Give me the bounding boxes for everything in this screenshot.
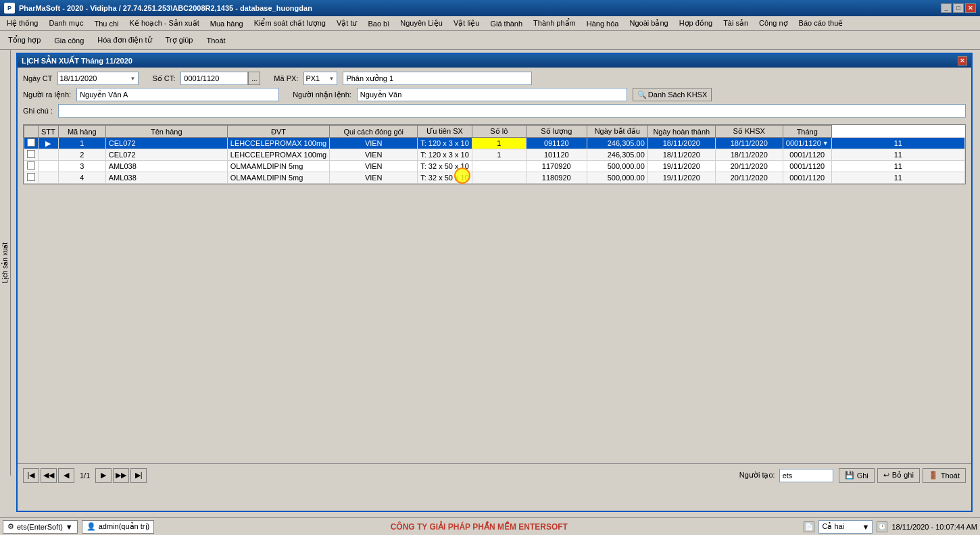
minimize-button[interactable]: _ (941, 3, 952, 13)
nguoiraLenh-input[interactable] (76, 88, 279, 101)
row-quicach: T: 32 x 50 x 10 (418, 161, 472, 172)
mdi-title-controls[interactable]: ✕ (958, 56, 967, 66)
phanxuong-input[interactable] (343, 72, 532, 85)
row-solo: 1170920 (526, 161, 587, 172)
menu-kiemsoan[interactable]: Kiểm soát chất lượng (249, 18, 331, 29)
nav-buttons: |◀ ◀◀ ◀ 1/1 ▶ ▶▶ ▶| (23, 468, 147, 483)
menu-hethong[interactable]: Hệ thống (1, 18, 43, 29)
close-button[interactable]: ✕ (965, 3, 976, 13)
row-stt: 2 (58, 149, 105, 161)
thoat-icon: 🚪 (929, 471, 938, 480)
menu-nguyenlieu[interactable]: Nguyên Liệu (395, 18, 448, 29)
row-indicator (39, 161, 59, 172)
toolbar-tonghop[interactable]: Tổng hợp (3, 34, 46, 46)
ghi-button[interactable]: 💾 Ghi (839, 468, 875, 483)
menu-giathanh[interactable]: Giá thành (485, 18, 528, 29)
row-checkbox[interactable] (27, 138, 35, 147)
mapx-label: Mã PX: (274, 74, 298, 82)
col-header-thang: Tháng (783, 126, 831, 138)
mapx-combo[interactable]: PX1 ▼ (303, 72, 337, 85)
table-row[interactable]: 4AML038OLMAAMLDIPIN 5mgVIENT: 32 x 50 x … (24, 172, 965, 184)
row-soluong: 246,305.00 (587, 149, 647, 161)
menu-danhmuc[interactable]: Danh mục (43, 18, 89, 29)
thoat-btn-label: Thoát (941, 472, 960, 480)
soct-input[interactable] (180, 72, 248, 85)
row-dvt: VIEN (330, 161, 418, 172)
row-checkbox[interactable] (27, 161, 35, 170)
table-row[interactable]: 2CEL072LEHCCELEPROMAX 100mgVIENT: 120 x … (24, 149, 965, 161)
toolbar-thoat[interactable]: Thoát (201, 35, 230, 46)
thoat-button[interactable]: 🚪 Thoát (923, 468, 966, 483)
nguoitao-input[interactable] (779, 469, 833, 482)
nav-next-button[interactable]: ▶ (95, 468, 112, 483)
status-filter-combo[interactable]: Cả hai ▼ (818, 520, 873, 534)
sidebar-text: Lịch sản xuất (1, 243, 9, 284)
col-header-dvt: ĐVT (227, 126, 329, 138)
boghi-button[interactable]: ↩ Bỏ ghi (877, 468, 920, 483)
row-mahang: AML038 (105, 161, 227, 172)
row-ngayhoanthanh: 20/11/2020 (715, 172, 783, 184)
ghichu-input[interactable] (58, 104, 966, 118)
row-ngaybatdau: 18/11/2020 (647, 138, 715, 149)
menu-congno[interactable]: Công nợ (754, 18, 793, 29)
menu-taisan[interactable]: Tài sản (718, 18, 754, 29)
user-dropdown-icon: ▼ (66, 523, 73, 531)
row-stt: 3 (58, 161, 105, 172)
row-checkbox-cell (24, 138, 39, 149)
form-area: Ngày CT 18/11/2020 ▼ Số CT: ... Mã PX: P… (18, 68, 971, 124)
menu-hanghoa[interactable]: Hàng hóa (581, 18, 624, 29)
table-row[interactable]: ▶1CEL072LEHCCELEPROMAX 100mgVIENT: 120 x… (24, 138, 965, 149)
row-quicach: T: 120 x 3 x 10 (418, 149, 472, 161)
status-admin-btn[interactable]: 👤 admin(quản trị) (82, 520, 154, 534)
nav-first-button[interactable]: |◀ (23, 468, 39, 483)
nguoinhanLenh-input[interactable] (357, 88, 627, 101)
menu-thuchi[interactable]: Thu chi (89, 18, 124, 29)
menu-hopdong[interactable]: Hợp đồng (674, 18, 718, 29)
row-sokhsx: 0001/1120▼ (783, 138, 831, 149)
toolbar-trogiup[interactable]: Trợ giúp (160, 34, 199, 46)
ngayct-label: Ngày CT (23, 74, 52, 82)
menu-muahang[interactable]: Mua hàng (205, 18, 249, 29)
status-user-btn[interactable]: ⚙ ets(EnterSoft) ▼ (3, 520, 78, 534)
menu-vattu[interactable]: Vật tư (331, 18, 363, 29)
menu-ngoaibang[interactable]: Ngoài bảng (624, 18, 673, 29)
status-bar: ⚙ ets(EnterSoft) ▼ 👤 admin(quản trị) CÔN… (0, 517, 980, 535)
danhsach-button[interactable]: 🔍 Danh Sách KHSX (633, 88, 712, 101)
nguoinhanlenhbl-label: Người nhận lệnh: (293, 91, 351, 99)
nav-prev-page-button[interactable]: ◀◀ (41, 468, 57, 483)
nav-last-button[interactable]: ▶| (130, 468, 147, 483)
title-bar-controls[interactable]: _ □ ✕ (941, 3, 976, 13)
ghi-btn-label: Ghi (857, 472, 868, 480)
admin-icon: 👤 (87, 522, 96, 531)
row-quicach: T: 120 x 3 x 10 (418, 138, 472, 149)
toolbar-hoadon[interactable]: Hóa đơn điện tử (92, 34, 157, 46)
row-ngaybatdau: 18/11/2020 (647, 149, 715, 161)
row-ngayhoanthanh: 18/11/2020 (715, 149, 783, 161)
nav-next-page-button[interactable]: ▶▶ (113, 468, 129, 483)
menu-baocao[interactable]: Báo cáo thuế (793, 18, 849, 29)
menu-vatlieu[interactable]: Vật liệu (448, 18, 485, 29)
row-solo: 101120 (526, 149, 587, 161)
menu-thanhpham[interactable]: Thành phẩm (528, 18, 581, 29)
menu-kehoach[interactable]: Kế hoạch - Sản xuất (124, 18, 205, 29)
row-checkbox[interactable] (27, 173, 35, 181)
row-soluong: 500,000.00 (587, 161, 647, 172)
row-uutien: 1 (472, 149, 526, 161)
ngayct-combo[interactable]: 18/11/2020 ▼ (57, 72, 139, 85)
maximize-button[interactable]: □ (953, 3, 964, 13)
mdi-close-button[interactable]: ✕ (958, 56, 967, 66)
row-ngaybatdau: 19/11/2020 (647, 172, 715, 184)
row-uutien (472, 172, 526, 184)
row-ngaybatdau: 19/11/2020 (647, 161, 715, 172)
soct-ellipsis-button[interactable]: ... (248, 72, 260, 85)
nguoiralenhbl-label: Người ra lệnh: (23, 91, 71, 99)
row-ngayhoanthanh: 18/11/2020 (715, 138, 783, 149)
form-row-2: Người ra lệnh: Người nhận lệnh: 🔍 Danh S… (23, 88, 966, 101)
form-row-1: Ngày CT 18/11/2020 ▼ Số CT: ... Mã PX: P… (23, 72, 966, 85)
menu-baobì[interactable]: Bao bì (362, 18, 395, 29)
nav-prev-button[interactable]: ◀ (58, 468, 74, 483)
row-checkbox[interactable] (27, 150, 35, 158)
table-row[interactable]: 3AML038OLMAAMLDIPIN 5mgVIENT: 32 x 50 x … (24, 161, 965, 172)
col-header-mahang: Mã hàng (58, 126, 105, 138)
toolbar-giacong[interactable]: Gia công (49, 35, 89, 46)
